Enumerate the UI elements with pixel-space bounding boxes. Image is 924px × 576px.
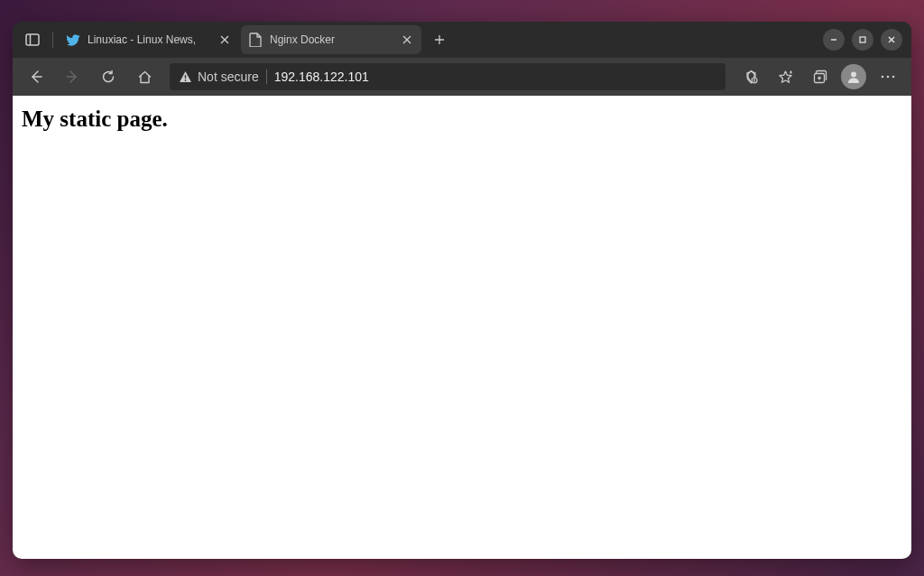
- svg-point-15: [185, 79, 187, 81]
- tracking-prevention-button[interactable]: 0: [735, 62, 767, 91]
- svg-point-23: [851, 72, 856, 78]
- menu-button[interactable]: [872, 62, 904, 91]
- maximize-button[interactable]: [852, 29, 873, 51]
- address-divider: [266, 70, 267, 84]
- tab-actions-button[interactable]: [18, 27, 47, 52]
- address-bar[interactable]: Not secure 192.168.122.101: [170, 63, 725, 90]
- toolbar-right: 0: [735, 62, 904, 91]
- svg-point-24: [882, 76, 884, 79]
- close-icon[interactable]: [400, 33, 414, 47]
- tab-nginx-docker[interactable]: Nginx Docker: [241, 25, 421, 54]
- refresh-button[interactable]: [92, 62, 125, 91]
- back-button[interactable]: [20, 62, 52, 91]
- warning-icon: [179, 70, 192, 83]
- tab-divider: [52, 32, 53, 48]
- svg-rect-9: [860, 37, 865, 42]
- person-icon: [845, 69, 862, 85]
- tab-title: Linuxiac - Linux News,: [88, 33, 210, 46]
- close-icon[interactable]: [217, 33, 232, 47]
- svg-rect-0: [26, 34, 39, 45]
- titlebar: Linuxiac - Linux News, Nginx Docker: [13, 22, 911, 58]
- tab-title: Nginx Docker: [270, 33, 393, 46]
- minimize-button[interactable]: [823, 29, 845, 51]
- toolbar: Not secure 192.168.122.101 0: [13, 58, 911, 96]
- close-button[interactable]: [881, 29, 902, 51]
- forward-button[interactable]: [56, 62, 88, 91]
- home-button[interactable]: [128, 62, 161, 91]
- page-icon: [248, 33, 263, 47]
- security-label: Not secure: [198, 70, 259, 84]
- profile-button[interactable]: [841, 64, 866, 89]
- svg-point-26: [892, 76, 895, 79]
- security-badge[interactable]: Not secure: [179, 70, 259, 84]
- window-controls: [823, 29, 906, 51]
- svg-point-25: [887, 76, 890, 79]
- collections-button[interactable]: [803, 62, 836, 91]
- tab-linuxiac[interactable]: Linuxiac - Linux News,: [59, 25, 239, 54]
- page-content: My static page.: [13, 96, 911, 559]
- bird-icon: [66, 33, 80, 47]
- browser-window: Linuxiac - Linux News, Nginx Docker: [13, 22, 911, 559]
- svg-text:0: 0: [753, 78, 755, 83]
- new-tab-button[interactable]: [427, 27, 452, 52]
- tabs-container: Linuxiac - Linux News, Nginx Docker: [59, 25, 821, 54]
- favorites-button[interactable]: [769, 62, 801, 91]
- url-text: 192.168.122.101: [274, 70, 716, 84]
- page-heading: My static page.: [22, 107, 902, 132]
